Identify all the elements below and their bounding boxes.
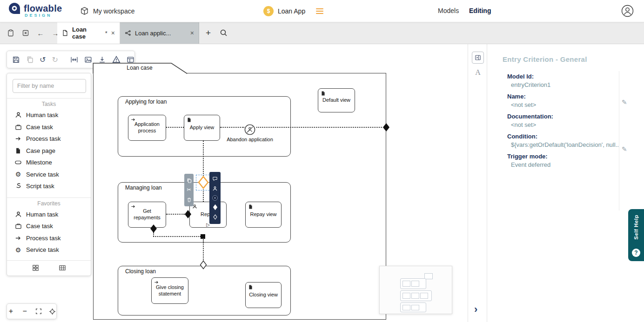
workspace-switcher[interactable]: My workspace bbox=[80, 0, 134, 22]
back-icon[interactable]: ← bbox=[35, 28, 46, 38]
case-title: Loan case bbox=[93, 65, 186, 71]
close-all-tabs-icon[interactable] bbox=[20, 28, 31, 38]
case-page-icon bbox=[248, 204, 254, 210]
assignee-icon[interactable] bbox=[212, 185, 219, 192]
minimap[interactable] bbox=[379, 266, 452, 314]
expand-panel-button[interactable] bbox=[472, 52, 484, 64]
nav-editing[interactable]: Editing bbox=[469, 7, 491, 14]
terminate-marker[interactable] bbox=[201, 234, 205, 239]
case-page-icon bbox=[321, 91, 326, 96]
task-repay[interactable]: Repay ▷ bbox=[189, 202, 227, 228]
palette-item-label: Human task bbox=[26, 112, 58, 118]
app-menu-icon[interactable] bbox=[316, 8, 323, 14]
cut-icon[interactable]: ✂ bbox=[186, 186, 193, 193]
exit-criterion-sentry[interactable] bbox=[382, 123, 390, 132]
entry-criterion-sentry[interactable] bbox=[184, 210, 192, 219]
minimap-shape bbox=[411, 293, 419, 299]
palette-item-label: Process task bbox=[26, 135, 60, 142]
nav-models[interactable]: Models bbox=[438, 7, 459, 14]
lanes-view-icon[interactable] bbox=[59, 264, 66, 271]
task-application-process[interactable]: Application process bbox=[128, 115, 166, 141]
copy-icon[interactable] bbox=[26, 54, 34, 65]
collapse-panel-icon[interactable]: › bbox=[474, 304, 477, 315]
field-value[interactable]: Event deferred bbox=[507, 161, 619, 169]
field-label: Name: bbox=[507, 93, 619, 100]
workspace-icon bbox=[80, 7, 89, 15]
task-give-closing-statement[interactable]: Give closing statement bbox=[151, 277, 188, 304]
zoom-out-icon[interactable]: − bbox=[21, 307, 29, 315]
palette-filter-input[interactable] bbox=[13, 79, 86, 93]
field-value[interactable]: <not set> bbox=[507, 121, 619, 129]
exit-criterion-sentry[interactable] bbox=[150, 224, 157, 233]
palette-item-case-task[interactable]: Case task bbox=[7, 121, 91, 133]
tab-attributes[interactable]: A bbox=[468, 68, 488, 77]
tab-loan-application[interactable]: Loan applic... × bbox=[120, 22, 199, 44]
palette-item-script-task[interactable]: Script task bbox=[7, 180, 91, 192]
case-page-icon bbox=[248, 284, 254, 290]
zoom-fit-icon[interactable] bbox=[35, 307, 43, 315]
task-label: Closing view bbox=[249, 292, 278, 298]
palette-item-fav-service-task[interactable]: ⚙ Service task bbox=[7, 244, 91, 256]
brand-sub: DESIGN bbox=[25, 13, 62, 18]
edit-condition-icon[interactable]: ✎ bbox=[622, 145, 627, 153]
self-help-tab[interactable]: Self Help ? bbox=[628, 209, 644, 261]
task-label: Give closing statement bbox=[154, 284, 185, 297]
palette-item-fav-human-task[interactable]: Human task bbox=[7, 209, 91, 221]
close-tab-icon[interactable]: × bbox=[111, 29, 115, 37]
redo-icon[interactable]: ↻ bbox=[52, 54, 58, 65]
case-page-icon bbox=[187, 117, 192, 123]
search-icon[interactable] bbox=[220, 29, 228, 37]
event-listener-abandon[interactable] bbox=[244, 124, 255, 135]
context-toolbar-dark bbox=[209, 172, 221, 224]
palette-item-case-page[interactable]: Case page bbox=[7, 145, 91, 157]
app-name: Loan App bbox=[278, 7, 305, 15]
state-icon[interactable] bbox=[212, 194, 219, 201]
entry-criterion-sentry-closing[interactable] bbox=[200, 260, 207, 269]
palette-section-favorites: Favorites bbox=[7, 197, 91, 209]
connector-dotted bbox=[203, 239, 204, 260]
close-tab-icon[interactable]: × bbox=[190, 29, 194, 37]
palette-item-label: Service task bbox=[26, 246, 59, 253]
image-export-icon[interactable] bbox=[84, 54, 92, 65]
palette-item-label: Case page bbox=[26, 147, 55, 154]
task-apply-view[interactable]: Apply view bbox=[184, 115, 220, 141]
comment-icon[interactable] bbox=[212, 176, 219, 183]
app-switcher[interactable]: $ Loan App bbox=[263, 0, 323, 22]
service-task-icon: ⚙ bbox=[14, 171, 22, 178]
zoom-in-icon[interactable]: + bbox=[7, 307, 15, 315]
fit-width-icon[interactable] bbox=[70, 54, 78, 65]
save-icon[interactable] bbox=[12, 54, 20, 65]
sentry-icon[interactable] bbox=[212, 204, 219, 211]
delete-icon[interactable] bbox=[186, 196, 193, 203]
clipboard-icon[interactable] bbox=[6, 28, 16, 38]
grid-view-icon[interactable] bbox=[32, 264, 39, 271]
zoom-origin-icon[interactable] bbox=[48, 307, 56, 315]
edit-name-icon[interactable]: ✎ bbox=[622, 99, 627, 106]
task-get-repayments[interactable]: Get repayments bbox=[128, 202, 166, 228]
palette-item-fav-process-task[interactable]: Process task bbox=[7, 232, 91, 244]
task-label: Repay view bbox=[250, 211, 277, 218]
palette-item-milestone[interactable]: Milestone bbox=[7, 157, 91, 169]
connector-dotted bbox=[153, 236, 201, 237]
field-value[interactable]: <not set> bbox=[507, 101, 619, 109]
task-default-view[interactable]: Default view bbox=[318, 88, 355, 112]
palette-item-service-task[interactable]: ⚙ Service task bbox=[7, 169, 91, 181]
task-repay-view[interactable]: Repay view bbox=[245, 202, 282, 228]
properties-panel: Entry Criterion - General Model Id: entr… bbox=[488, 44, 644, 322]
new-tab-button[interactable]: + bbox=[206, 28, 211, 38]
undo-icon[interactable]: ↺ bbox=[40, 54, 46, 65]
sentry-outline-icon[interactable] bbox=[212, 213, 219, 220]
palette-item-process-task[interactable]: Process task bbox=[7, 133, 91, 145]
diagram-canvas[interactable]: ↺ ↻ Tasks Human ta bbox=[0, 44, 468, 322]
task-closing-view[interactable]: Closing view bbox=[245, 282, 282, 308]
connector-dotted bbox=[166, 214, 185, 215]
user-avatar[interactable] bbox=[621, 5, 634, 17]
field-value[interactable]: ${vars:getOrDefault('loanDecision', null… bbox=[507, 141, 619, 149]
connector-dotted bbox=[256, 127, 382, 128]
palette-item-fav-case-task[interactable]: Case task bbox=[7, 220, 91, 232]
copy-icon[interactable] bbox=[186, 177, 193, 184]
palette-item-human-task[interactable]: Human task bbox=[7, 109, 91, 121]
case-page-icon bbox=[14, 147, 22, 154]
selected-entry-criterion[interactable] bbox=[198, 176, 209, 189]
tab-loan-case[interactable]: Loan case * × bbox=[57, 22, 120, 44]
